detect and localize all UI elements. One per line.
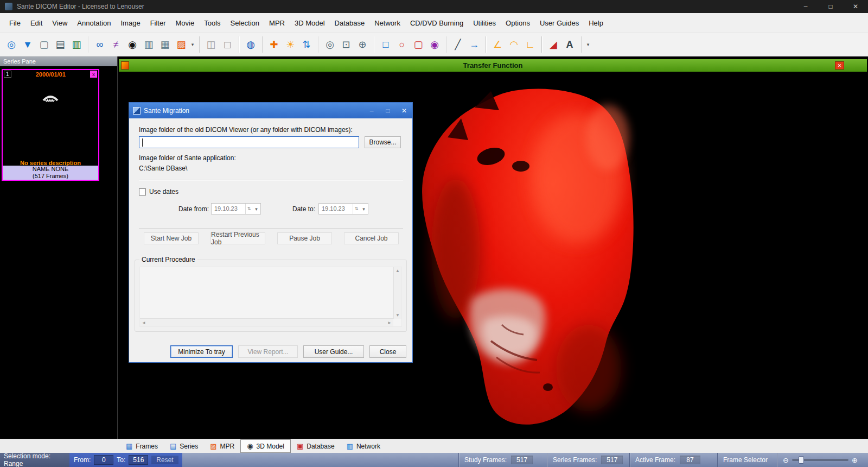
print-icon[interactable]: ▤ [52, 36, 68, 53]
tab-database[interactable]: ▣ Database [291, 439, 341, 453]
dialog-title: Sante Migration [144, 107, 189, 115]
slider-plus-icon[interactable]: ⊕ [852, 456, 858, 464]
view-report-button[interactable]: View Report... [238, 345, 298, 358]
pause-job-button[interactable]: Pause Job [277, 232, 332, 244]
view-tab-bar: ▦ Frames ▤ Series ▨ MPR ◉ 3D Model ▣ Dat… [0, 439, 868, 453]
date-to-spinner-icon[interactable]: ⇅ [353, 204, 360, 214]
ellipse-roi-icon[interactable]: ○ [394, 36, 410, 53]
user-guide-button[interactable]: User Guide... [303, 345, 364, 358]
menu-item-selection[interactable]: Selection [226, 13, 264, 33]
menu-item-3d-model[interactable]: 3D Model [290, 13, 330, 33]
tab-frames[interactable]: ▦ Frames [120, 439, 164, 453]
restart-previous-job-button[interactable]: Restart Previous Job [210, 232, 265, 244]
rect-select-icon[interactable]: □ [378, 36, 394, 53]
cancel-job-button[interactable]: Cancel Job [344, 232, 399, 244]
brightness-icon[interactable]: ☀ [282, 36, 298, 53]
menu-item-filter[interactable]: Filter [145, 13, 171, 33]
browse-button[interactable]: Browse... [365, 136, 401, 148]
save-study-icon[interactable]: ▼ [20, 36, 36, 53]
menu-item-user-guides[interactable]: User Guides [535, 13, 584, 33]
palette-icon[interactable]: ▨ [173, 36, 189, 53]
window-maximize-button[interactable]: □ [818, 0, 843, 13]
date-from-dropdown-icon[interactable]: ▾ [252, 204, 260, 214]
menu-item-mpr[interactable]: MPR [264, 13, 290, 33]
scroll-right-icon[interactable]: ► [387, 320, 392, 325]
toolbar-overflow-icon[interactable]: ▾ [585, 36, 591, 53]
text-tool-icon[interactable]: A [561, 36, 578, 53]
line-tool-icon[interactable]: ╱ [450, 36, 466, 53]
menu-item-edit[interactable]: Edit [25, 13, 47, 33]
tab-network[interactable]: ▥ Network [341, 439, 386, 453]
image-matrix-icon[interactable]: ▦ [157, 36, 173, 53]
link-series-icon[interactable]: ∞ [92, 36, 108, 53]
curve-tool-icon[interactable]: ◠ [506, 36, 522, 53]
shutter-icon[interactable]: ◉ [124, 36, 141, 53]
arrow-tool-icon[interactable]: → [466, 36, 482, 53]
old-folder-input[interactable] [139, 137, 359, 148]
start-new-job-button[interactable]: Start New Job [144, 232, 199, 244]
procedure-log-area[interactable]: ▲ ▼ ◄ ► [139, 267, 402, 327]
scroll-left-icon[interactable]: ◄ [142, 320, 146, 325]
frame-slider-thumb[interactable] [799, 456, 804, 464]
menu-item-movie[interactable]: Movie [171, 13, 200, 33]
dialog-maximize-button[interactable]: □ [380, 103, 396, 118]
horizontal-scrollbar[interactable]: ◄ ► [140, 318, 393, 326]
angle-tool-icon[interactable]: ∠ [489, 36, 506, 53]
menu-item-annotation[interactable]: Annotation [72, 13, 116, 33]
date-to-picker[interactable]: 19.10.23 ⇅ ▾ [318, 203, 368, 214]
menu-item-options[interactable]: Options [501, 13, 535, 33]
window-close-button[interactable]: ✕ [843, 0, 868, 13]
export-icon[interactable]: ▥ [68, 36, 85, 53]
color-wheel-icon[interactable]: ◉ [426, 36, 443, 53]
close-button[interactable]: Close [369, 345, 406, 358]
tab-mpr[interactable]: ▨ MPR [204, 439, 240, 453]
zoom-region-icon[interactable]: ⊡ [338, 36, 354, 53]
series-close-button[interactable]: x [90, 71, 97, 78]
date-to-dropdown-icon[interactable]: ▾ [360, 204, 368, 214]
dialog-close-button[interactable]: ✕ [396, 103, 412, 118]
dialog-minimize-button[interactable]: – [363, 103, 380, 118]
open-study-icon[interactable]: ◎ [3, 36, 20, 53]
date-from-picker[interactable]: 19.10.23 ⇅ ▾ [211, 203, 261, 214]
transfer-function-close-button[interactable]: ✕ [835, 61, 844, 70]
menu-item-image[interactable]: Image [116, 13, 145, 33]
series-thumbnail[interactable]: 1 2000/01/01 x No series description NAM… [2, 69, 99, 181]
menu-item-help[interactable]: Help [584, 13, 608, 33]
scroll-down-icon[interactable]: ▼ [395, 313, 400, 318]
menu-item-tools[interactable]: Tools [199, 13, 225, 33]
tab-series[interactable]: ▤ Series [164, 439, 204, 453]
slider-minus-icon[interactable]: ⊖ [783, 456, 789, 464]
globe-icon[interactable]: ◍ [242, 36, 259, 53]
scroll-frames-icon[interactable]: ⇅ [298, 36, 315, 53]
tile-view-icon[interactable]: ◫ [203, 36, 219, 53]
zoom-icon[interactable]: ◎ [322, 36, 338, 53]
menu-item-network[interactable]: Network [369, 13, 405, 33]
scroll-up-icon[interactable]: ▲ [395, 268, 400, 273]
corner-tool-icon[interactable]: ∟ [522, 36, 538, 53]
eraser-icon[interactable]: ◢ [545, 36, 561, 53]
unlink-series-icon[interactable]: ≠ [108, 36, 124, 53]
use-dates-checkbox[interactable] [139, 188, 146, 195]
window-minimize-button[interactable]: – [793, 0, 818, 13]
dialog-title-bar[interactable]: Sante Migration – □ ✕ [129, 103, 412, 118]
menu-item-cddvd-burning[interactable]: CD/DVD Burning [405, 13, 468, 33]
menu-item-utilities[interactable]: Utilities [468, 13, 501, 33]
reset-button[interactable]: Reset [151, 456, 178, 464]
new-study-icon[interactable]: ▢ [36, 36, 52, 53]
3d-model-tab-icon: ◉ [247, 442, 253, 450]
palette-dropdown-icon[interactable]: ▾ [189, 36, 196, 53]
menu-item-database[interactable]: Database [330, 13, 370, 33]
minimize-to-tray-button[interactable]: Minimize To tray [170, 345, 233, 358]
frame-slider-track[interactable] [792, 459, 848, 461]
vertical-scrollbar[interactable]: ▲ ▼ [393, 267, 401, 319]
tab-3d-model[interactable]: ◉ 3D Model [240, 439, 291, 453]
pan-icon[interactable]: ✚ [266, 36, 282, 53]
full-screen-icon[interactable]: ◻ [219, 36, 235, 53]
rect-roi-icon[interactable]: ▢ [410, 36, 426, 53]
zoom-in-icon[interactable]: ⊕ [354, 36, 371, 53]
transfer-function-icon [121, 61, 129, 70]
menu-item-view[interactable]: View [47, 13, 72, 33]
date-from-spinner-icon[interactable]: ⇅ [245, 204, 252, 214]
window-level-icon[interactable]: ▥ [141, 36, 157, 53]
menu-item-file[interactable]: File [4, 13, 25, 33]
